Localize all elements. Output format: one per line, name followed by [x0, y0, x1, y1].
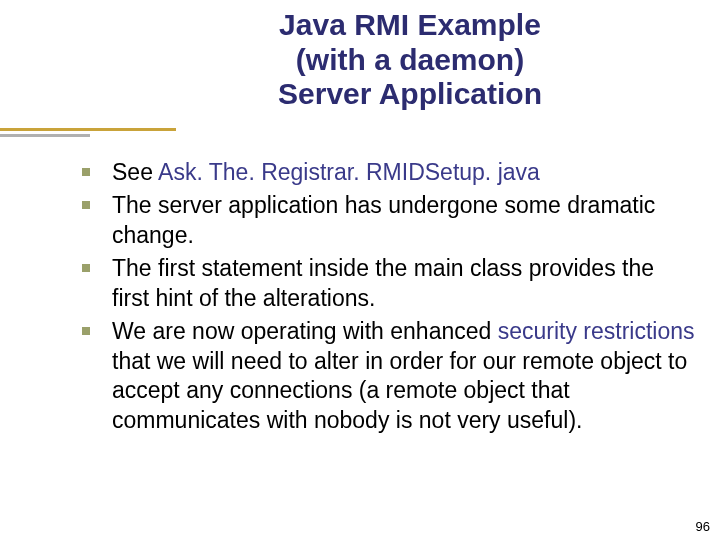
bullet-text-pre: We are now operating with enhanced [112, 318, 498, 344]
slide: Java RMI Example (with a daemon) Server … [0, 0, 720, 540]
list-item: See Ask. The. Registrar. RMIDSetup. java [72, 158, 696, 187]
content-area: See Ask. The. Registrar. RMIDSetup. java… [72, 158, 696, 439]
decorative-line-gold [0, 128, 176, 131]
title-line-1: Java RMI Example [279, 8, 541, 41]
slide-title: Java RMI Example (with a daemon) Server … [180, 8, 640, 112]
list-item: The first statement inside the main clas… [72, 254, 696, 313]
bullet-text-pre: The first statement inside the main clas… [112, 255, 654, 310]
bullet-text-highlight: Ask. The. Registrar. RMIDSetup. java [158, 159, 540, 185]
bullet-text-post: that we will need to alter in order for … [112, 348, 687, 433]
list-item: We are now operating with enhanced secur… [72, 317, 696, 435]
title-line-3: Server Application [278, 77, 542, 110]
title-line-2: (with a daemon) [296, 43, 524, 76]
bullet-text-pre: The server application has undergone som… [112, 192, 655, 247]
page-number: 96 [696, 519, 710, 534]
list-item: The server application has undergone som… [72, 191, 696, 250]
decorative-line-gray [0, 134, 90, 137]
bullet-text-highlight: security restrictions [498, 318, 695, 344]
bullet-list: See Ask. The. Registrar. RMIDSetup. java… [72, 158, 696, 435]
bullet-text-pre: See [112, 159, 158, 185]
